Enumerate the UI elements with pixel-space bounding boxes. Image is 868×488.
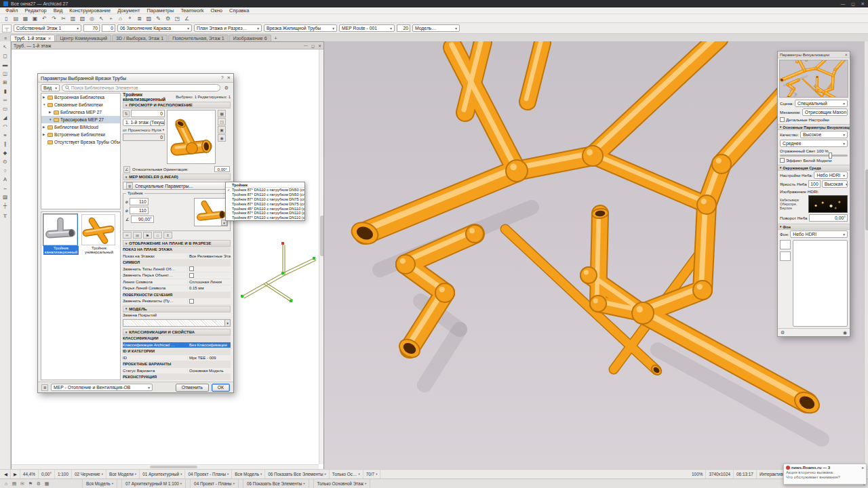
quick-option-combo[interactable]: 70/7 [363,470,381,479]
custom-parameters-button[interactable]: ≣ Специальные Параметры… [123,182,231,190]
view-mode-combo[interactable]: Вид [41,84,60,92]
railing-tool-icon[interactable]: ∥ [1,140,9,148]
checkbox[interactable] [189,299,194,304]
offset-field[interactable]: 70 [83,24,100,32]
roof-tool-icon[interactable]: ◢ [1,113,9,121]
home-icon[interactable]: ⌂ [153,232,162,239]
property-row[interactable]: СИМВОЛ [123,260,231,266]
tee-type-option[interactable]: Тройник 45° DN110 с патрубком DN110 (спр… [226,206,304,211]
3d-view-icon[interactable]: ◳ [218,118,226,125]
open-icon[interactable]: ▤ [12,15,20,22]
new-file-icon[interactable]: ▯ [2,15,11,22]
library-search-input[interactable]: Поиск Библиотечных Элементов [62,84,220,92]
text-tool-icon[interactable]: A [1,175,9,183]
property-row[interactable]: ID Мрк ТЕЕ - 009 [123,355,231,362]
maximize-icon[interactable]: ◻ [851,1,854,7]
menu-item[interactable]: Окно [208,7,226,14]
story-combo[interactable]: 1. 1-й этаж (Текущий) [123,119,165,126]
library-part-item[interactable]: Тройник канализационный [43,214,79,255]
palette-titlebar[interactable]: Параметры Визуализации ✕ [778,52,850,58]
environment-group[interactable]: Окружающая Среда [778,165,850,171]
link-icon[interactable]: ∞ [123,232,132,239]
column-tool-icon[interactable]: ▮ [1,87,9,95]
antialias-combo[interactable]: Среднее [780,140,848,147]
background-group[interactable]: Фон [778,224,850,230]
rotation-value[interactable]: 0,00° [39,470,55,479]
viewport-scrollbar[interactable] [864,41,868,469]
bounce-light-slider[interactable] [780,155,848,157]
checkbox[interactable] [189,266,194,271]
plan-display-combo[interactable]: План Этажа и Разрез… [194,24,262,32]
tee-type-option[interactable]: Тройник 87° DN110 с патрубком DN110 (спр… [226,211,304,216]
plan-minimize-icon[interactable]: — [304,43,308,48]
menu-item[interactable]: Вид [50,7,66,14]
quick-option-combo[interactable]: Вся Модель [232,470,265,479]
scene-combo[interactable]: Специальный [795,100,848,107]
status-combo[interactable]: Вся Модель [82,479,117,488]
section-classification[interactable]: КЛАССИФИКАЦИИ И СВОЙСТВА [123,329,231,336]
render-preview[interactable] [779,60,848,98]
dimension-icon[interactable]: ± [163,232,172,239]
gear-icon[interactable]: ⚙ [222,84,231,92]
view-tab[interactable]: 3D / Выборка, Этаж 1 ✕ [112,35,167,41]
redo-icon[interactable]: ↷ [50,15,58,22]
sky-rotation-field[interactable]: 0,00° [809,214,848,222]
wall-tool-icon[interactable]: ▬ [1,60,9,68]
print-icon[interactable]: ▣ [31,15,39,22]
diameter-1-field[interactable]: 110 [130,198,149,205]
property-row[interactable]: Линии Символа Сплошная Линия [123,279,231,286]
status-combo[interactable]: 04 Проект - Планы [190,479,239,488]
quick-option-combo[interactable]: Все Модели [106,470,140,479]
library-tree-item[interactable]: ▶ Встроенные Библиотеки [41,131,120,138]
fill-icon[interactable]: ▨ [144,15,153,22]
library-tree-item[interactable]: ▶ Библиотеки BIMcloud [41,123,120,131]
white-model-checkbox[interactable] [780,158,785,163]
quick-option-combo[interactable]: 02 Черчение [72,470,106,479]
property-row[interactable]: ПРОЕКТНЫЕ ВАРИАНТЫ [123,361,231,368]
status-icon[interactable]: ✉ [18,481,26,487]
nav-back-icon[interactable]: ◀ [1,470,11,479]
library-tree-item[interactable]: Отсутствует Врезка Трубы Объекта [41,138,120,146]
slab-tool-icon[interactable]: ▭ [1,104,9,113]
route-combo[interactable]: MEP Route - 001 [339,24,395,32]
checkbox[interactable] [189,273,194,278]
tee-type-option[interactable]: Тройник 87° DN110 с патрубком DN75 (спра… [226,197,304,202]
rotation-field[interactable]: 0,00° [214,166,230,172]
menu-item[interactable]: Файл [2,7,21,14]
status-combo[interactable]: Только Основной Этаж [313,479,371,488]
cancel-button[interactable]: Отменить [176,384,209,392]
paste-icon[interactable]: ▧ [78,15,87,22]
close-icon[interactable]: ✕ [861,1,865,7]
lamp-tool-icon[interactable]: ○ [1,166,9,174]
surface-override-combo[interactable] [123,319,231,327]
property-row[interactable]: Заменить Перья Объект… [123,272,231,279]
tee-type-option[interactable]: Тройник 87° DN110 с патрубком DN50 (спра… [226,188,304,192]
stair-tool-icon[interactable]: ≡ [1,131,9,139]
engine-combo[interactable]: Отрисовщик Maxon [802,108,848,116]
library-tree-item[interactable]: ▼ Трассировка MEP 27 [41,116,120,123]
pipe-tool-icon[interactable]: ┼ [1,201,9,209]
property-row[interactable]: Классификация Archicad … Без Классификац… [123,342,231,349]
background-color-swatch-top[interactable] [780,240,791,249]
plan-close-icon[interactable]: ✕ [318,43,321,48]
property-row[interactable]: Показ на Этажах Все Релевантные Эта… [123,253,231,260]
tab-close-icon[interactable]: ✕ [47,36,51,41]
search-icon[interactable]: ◎ [87,15,96,22]
property-row[interactable]: Статус Варианта Основная Модель [123,368,231,375]
dialog-close-icon[interactable]: ✕ [227,75,231,81]
shell-tool-icon[interactable]: ◠ [1,122,9,130]
zone-tool-icon[interactable]: ▨ [1,192,9,201]
quick-option-combo[interactable]: 04 Проект - Планы [185,470,232,479]
status-icon[interactable]: ▤ [10,481,18,487]
quick-option-combo[interactable]: 06 Показать Все Элементы [265,470,330,479]
tee-type-option[interactable]: Тройник 87° DN110 с патрубком DN50 (слев… [226,192,304,197]
angle-field[interactable]: 20 [397,24,410,32]
background-preview[interactable] [793,240,848,327]
angle-icon[interactable]: ∠ [182,15,191,22]
mail-icon[interactable]: ✉ [133,232,142,239]
door-tool-icon[interactable]: ◫ [1,69,9,77]
tool-name-combo[interactable]: Врезка Жилищной Трубы [264,24,337,32]
beam-tool-icon[interactable]: ═ [1,96,9,104]
status-icon[interactable]: ⚑ [26,481,35,487]
duct-tool-icon[interactable]: ╥ [1,210,9,218]
